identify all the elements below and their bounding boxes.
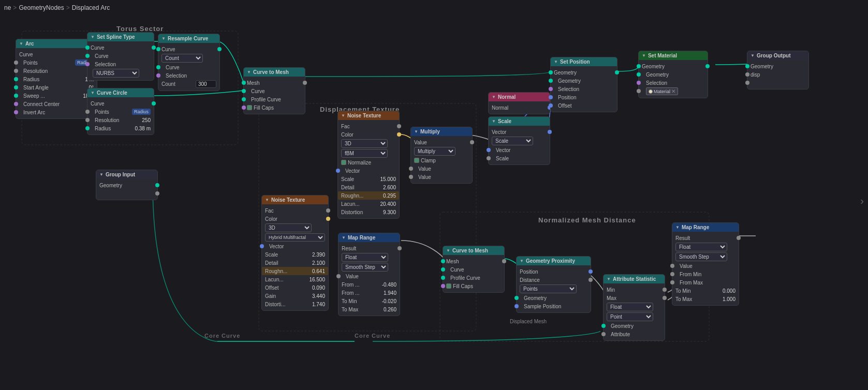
node-nt1-vector: Vector	[338, 167, 399, 175]
node-resample-curve-title: Resample Curve	[168, 36, 208, 41]
node-nt2-type[interactable]: Hybrid Multifractal	[262, 233, 328, 242]
node-ctm1-header[interactable]: ▼ Curve to Mesh	[244, 68, 305, 77]
node-mr1-result: Result	[339, 244, 400, 252]
node-nt1-dim[interactable]: 3D	[338, 139, 399, 148]
breadcrumb-item-geometry-nodes[interactable]: GeometryNodes	[19, 4, 64, 11]
node-as-min: Min	[604, 286, 665, 294]
node-mr1-from1: From ... -0.480	[339, 280, 400, 289]
node-arc-header[interactable]: ▼ Arc	[16, 39, 97, 48]
node-map-range-1: ▼ Map Range Result Float Smooth Step Val…	[338, 233, 400, 316]
node-mr2-title: Map Range	[682, 224, 709, 230]
node-arc-mode[interactable]: Points Radius	[16, 58, 97, 67]
node-resample-curve: ▼ Resample Curve Curve Count Curve Selec…	[158, 34, 220, 91]
node-set-spline-type-header[interactable]: ▼ Set Spline Type	[87, 33, 154, 41]
node-cc-radius: Radius 0.38 m	[87, 124, 154, 132]
breadcrumb: ne > GeometryNodes > Displaced Arc	[4, 4, 110, 11]
node-curve-circle-header[interactable]: ▼ Curve Circle	[87, 88, 154, 97]
node-sp-offset: Offset	[551, 101, 617, 110]
node-cc-resolution: Resolution 250	[87, 116, 154, 124]
node-mr1-interp[interactable]: Smooth Step	[339, 262, 400, 272]
node-nt2-fac: Fac	[262, 206, 328, 215]
node-mul-op[interactable]: Multiply	[411, 146, 472, 156]
node-gi-title: Group Input	[106, 172, 135, 177]
node-sst-nurbs[interactable]: NURBS	[87, 68, 154, 78]
node-mr1-type[interactable]: Float	[339, 252, 400, 262]
node-scale-title: Scale	[498, 118, 511, 124]
node-scale-header[interactable]: ▼ Scale	[489, 117, 550, 126]
node-nt1-header[interactable]: ▼ Noise Texture	[338, 111, 399, 120]
node-nt2-color: Color	[262, 215, 328, 223]
node-mr1-header[interactable]: ▼ Map Range	[339, 233, 400, 242]
node-as-domain[interactable]: Point	[604, 312, 665, 322]
node-mr1-tomin: To Min -0.020	[339, 297, 400, 305]
node-mr2-tomax: To Max 1.000	[672, 295, 739, 303]
node-gi-bottom	[96, 189, 157, 198]
node-mul-value-out: Value	[411, 138, 472, 146]
node-normal-title: Normal	[498, 94, 516, 100]
node-cc-mode[interactable]: Points Radius	[87, 108, 154, 116]
node-nt1-color: Color	[338, 130, 399, 139]
node-nt2-dim[interactable]: 3D	[262, 223, 328, 233]
node-sm-header[interactable]: ▼ Set Material	[639, 51, 708, 60]
node-mr2-type[interactable]: Float	[672, 242, 739, 252]
node-ctm2-fillcaps: Fill Caps	[443, 282, 504, 290]
node-sp-header[interactable]: ▼ Set Position	[551, 57, 617, 66]
node-arc-resolution: Resolution 16	[16, 67, 97, 75]
nav-arrow-right[interactable]: ›	[860, 195, 864, 207]
node-ctm2-header[interactable]: ▼ Curve to Mesh	[443, 246, 504, 255]
node-as-type[interactable]: Float	[604, 302, 665, 312]
node-gi-header[interactable]: ▼ Group Input	[96, 170, 157, 179]
node-ctm2-curve: Curve	[443, 265, 504, 274]
label-core-curve-left: Core Curve	[204, 333, 240, 339]
node-set-material: ▼ Set Material Geometry Geometry Selecti…	[638, 51, 708, 98]
node-gp-type[interactable]: Points	[517, 284, 591, 294]
node-normal: ▼ Normal Normal	[488, 92, 550, 114]
node-nt1-roughness: Roughn... 0.295	[338, 191, 399, 200]
node-mr1-tomax: To Max 0.260	[339, 305, 400, 313]
node-as-header[interactable]: ▼ Attribute Statistic	[604, 275, 665, 283]
node-curve-circle-title: Curve Circle	[97, 90, 127, 96]
node-sm-material[interactable]: Material ✕	[639, 87, 708, 96]
node-nt2-scale: Scale 2.390	[262, 250, 328, 259]
node-nt1-normalize[interactable]: Normalize	[338, 158, 399, 167]
node-mr2-header[interactable]: ▼ Map Range	[672, 223, 739, 232]
node-go-disp: disp	[747, 70, 808, 79]
node-mr1-value: Value	[339, 272, 400, 280]
node-normal-header[interactable]: ▼ Normal	[489, 93, 550, 101]
node-rc-count-value[interactable]: Count	[158, 80, 219, 88]
node-multiply: ▼ Multiply Value Multiply Clamp Value Va…	[410, 127, 473, 184]
node-arc-title: Arc	[25, 41, 34, 47]
node-mr1-from2: From ... 1.940	[339, 289, 400, 297]
node-ctm1-curve: Curve	[244, 87, 305, 95]
node-arc-start-angle: Start Angle 0°	[16, 83, 97, 92]
node-go-header[interactable]: ▼ Group Output	[747, 51, 808, 60]
node-nt2-roughness: Roughn... 0.641	[262, 267, 328, 275]
node-multiply-header[interactable]: ▼ Multiply	[411, 127, 472, 136]
node-gp-geometry: Geometry	[517, 294, 591, 302]
node-rc-count-select[interactable]: Count	[158, 53, 219, 63]
node-mr2-interp[interactable]: Smooth Step	[672, 252, 739, 262]
node-resample-curve-header[interactable]: ▼ Resample Curve	[158, 34, 219, 43]
node-gp-distance: Distance	[517, 276, 591, 284]
node-sp-position: Position	[551, 93, 617, 101]
breadcrumb-item-displaced-arc: Displaced Arc	[72, 4, 110, 11]
node-gi-geometry: Geometry	[96, 181, 157, 189]
node-scale-type[interactable]: Scale	[489, 136, 550, 146]
node-ctm1-profile: Profile Curve	[244, 95, 305, 103]
node-sp-geom-out: Geometry	[551, 68, 617, 77]
node-nt1-type[interactable]: fBM	[338, 148, 399, 158]
label-core-curve-right: Core Curve	[355, 333, 390, 339]
node-geometry-proximity: ▼ Geometry Proximity Position Distance P…	[516, 256, 591, 313]
node-attribute-statistic: ▼ Attribute Statistic Min Max Float Poin…	[603, 274, 665, 341]
node-multiply-title: Multiply	[420, 129, 440, 134]
node-mul-clamp[interactable]: Clamp	[411, 156, 472, 164]
node-sp-geom-in: Geometry	[551, 77, 617, 85]
node-nt2-header[interactable]: ▼ Noise Texture	[262, 196, 328, 204]
node-nt1-detail: Detail 2.600	[338, 183, 399, 191]
node-rc-curve-in: Curve	[158, 63, 219, 71]
node-gp-header[interactable]: ▼ Geometry Proximity	[517, 257, 591, 265]
node-set-position: ▼ Set Position Geometry Geometry Selecti…	[550, 57, 617, 112]
node-go-empty	[747, 79, 808, 87]
label-torus-sector: Torus Sector	[116, 25, 164, 33]
node-curve-to-mesh-1: ▼ Curve to Mesh Mesh Curve Profile Curve…	[243, 67, 305, 114]
